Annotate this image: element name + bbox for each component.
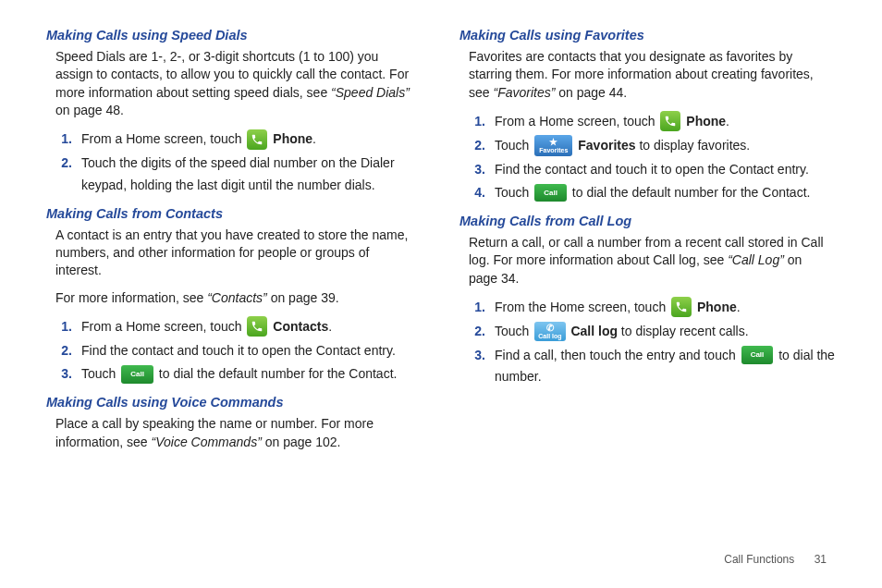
- ordered-steps: 1. From a Home screen, touch Contacts. 2…: [46, 316, 423, 386]
- paragraph: Speed Dials are 1-, 2-, or 3-digit short…: [55, 48, 413, 119]
- label-bold: Favorites: [578, 138, 635, 153]
- step-number: 3.: [459, 345, 485, 367]
- cross-reference: “Favorites”: [493, 85, 555, 100]
- step-text: Find the contact and touch it to open th…: [495, 159, 836, 181]
- text: Touch: [81, 366, 119, 381]
- step-item: 1. From a Home screen, touch Phone.: [459, 111, 836, 133]
- label-bold: Phone: [273, 131, 312, 146]
- step-number: 2.: [46, 153, 72, 175]
- step-text: Touch Call to dial the default number fo…: [495, 182, 836, 204]
- step-item: 3. Touch Call to dial the default number…: [46, 363, 423, 386]
- step-text: From a Home screen, touch Phone.: [495, 111, 836, 133]
- text: From a Home screen, touch: [81, 319, 245, 334]
- ordered-steps: 1. From a Home screen, touch Phone. 2. T…: [46, 129, 423, 196]
- step-number: 1.: [459, 111, 485, 133]
- text: Touch: [495, 185, 533, 200]
- step-item: 1. From a Home screen, touch Phone.: [46, 129, 423, 151]
- step-text: From a Home screen, touch Contacts.: [81, 316, 423, 338]
- step-text: Touch ★Favorites Favorites to display fa…: [495, 135, 836, 157]
- phone-icon: [247, 129, 267, 150]
- cross-reference: “Call Log”: [728, 252, 784, 267]
- page-number: 31: [815, 553, 827, 566]
- ordered-steps: 1. From the Home screen, touch Phone. 2.…: [459, 297, 836, 388]
- call-button-icon: Call: [534, 184, 567, 202]
- icon-label: Call log: [538, 333, 561, 339]
- text: on page 102.: [262, 435, 341, 449]
- step-text: From a Home screen, touch Phone.: [81, 129, 423, 151]
- text: From the Home screen, touch: [495, 300, 669, 314]
- section-heading: Making Calls using Voice Commands: [46, 395, 423, 410]
- step-text: Touch Call to dial the default number fo…: [81, 363, 423, 386]
- cross-reference: “Speed Dials”: [331, 85, 410, 100]
- paragraph: Favorites are contacts that you designat…: [469, 48, 827, 102]
- step-item: 2. Touch ★Favorites Favorites to display…: [459, 135, 836, 157]
- step-item: 2. Touch ✆Call log Call log to display r…: [459, 321, 836, 343]
- section-heading: Making Calls using Favorites: [459, 28, 836, 43]
- step-number: 1.: [46, 129, 72, 151]
- step-text: Find a call, then touch the entry and to…: [495, 345, 836, 389]
- text: From a Home screen, touch: [81, 131, 245, 146]
- section-heading: Making Calls using Speed Dials: [46, 28, 423, 43]
- label-bold: Contacts: [273, 319, 328, 334]
- phone-icon: [247, 316, 267, 337]
- step-text: Touch the digits of the speed dial numbe…: [81, 153, 423, 197]
- step-number: 3.: [46, 363, 72, 386]
- text: Touch: [495, 138, 533, 153]
- call-button-icon: Call: [121, 365, 153, 384]
- footer-section: Call Functions: [724, 553, 794, 566]
- step-number: 1.: [459, 297, 485, 319]
- text: .: [328, 319, 332, 334]
- step-text: Touch ✆Call log Call log to display rece…: [495, 321, 836, 343]
- text: Find a call, then touch the entry and to…: [495, 348, 740, 362]
- step-item: 1. From the Home screen, touch Phone.: [459, 297, 836, 319]
- step-item: 1. From a Home screen, touch Contacts.: [46, 316, 423, 338]
- text: For more information, see: [55, 290, 207, 305]
- step-text: From the Home screen, touch Phone.: [495, 297, 836, 319]
- step-item: 2. Touch the digits of the speed dial nu…: [46, 153, 423, 197]
- paragraph: Place a call by speaking the name or num…: [55, 415, 413, 451]
- text: Touch: [495, 324, 533, 338]
- favorites-icon: ★Favorites: [534, 135, 572, 156]
- text: .: [737, 300, 741, 314]
- step-number: 2.: [459, 321, 485, 343]
- step-text: Find the contact and touch it to open th…: [81, 340, 423, 362]
- two-column-layout: Making Calls using Speed Dials Speed Dia…: [46, 28, 836, 460]
- label-bold: Call log: [570, 324, 618, 338]
- step-number: 2.: [46, 340, 72, 362]
- text: to dial the default number for the Conta…: [572, 185, 811, 200]
- phone-icon: [671, 297, 692, 317]
- text: to dial the default number for the Conta…: [159, 366, 398, 381]
- text: to display recent calls.: [618, 324, 749, 338]
- text: .: [726, 114, 729, 129]
- step-number: 1.: [46, 316, 72, 338]
- text: .: [312, 131, 316, 146]
- step-number: 3.: [459, 159, 485, 181]
- icon-label: Favorites: [539, 147, 568, 153]
- section-heading: Making Calls from Call Log: [459, 214, 836, 228]
- text: to display favorites.: [636, 138, 751, 153]
- call-log-icon: ✆Call log: [534, 322, 565, 341]
- page-footer: Call Functions 31: [724, 553, 827, 566]
- paragraph: For more information, see “Contacts” on …: [55, 289, 413, 307]
- step-number: 2.: [459, 135, 485, 157]
- section-heading: Making Calls from Contacts: [46, 206, 423, 221]
- label-bold: Phone: [697, 300, 737, 314]
- right-column: Making Calls using Favorites Favorites a…: [459, 28, 836, 460]
- step-item: 2. Find the contact and touch it to open…: [46, 340, 423, 362]
- text: on page 48.: [55, 103, 124, 117]
- cross-reference: “Contacts”: [207, 290, 267, 305]
- document-page: Making Calls using Speed Dials Speed Dia…: [0, 0, 882, 588]
- text: on page 39.: [267, 290, 339, 305]
- phone-icon: [660, 111, 680, 131]
- step-item: 4. Touch Call to dial the default number…: [459, 182, 836, 204]
- cross-reference: “Voice Commands”: [152, 435, 262, 449]
- step-number: 4.: [459, 182, 485, 204]
- ordered-steps: 1. From a Home screen, touch Phone. 2. T…: [459, 111, 836, 204]
- call-button-icon: Call: [741, 346, 774, 364]
- left-column: Making Calls using Speed Dials Speed Dia…: [46, 28, 423, 460]
- step-item: 3. Find a call, then touch the entry and…: [459, 345, 836, 389]
- step-item: 3. Find the contact and touch it to open…: [459, 159, 836, 181]
- text: on page 44.: [555, 85, 627, 100]
- text: From a Home screen, touch: [495, 114, 658, 129]
- paragraph: A contact is an entry that you have crea…: [55, 227, 413, 280]
